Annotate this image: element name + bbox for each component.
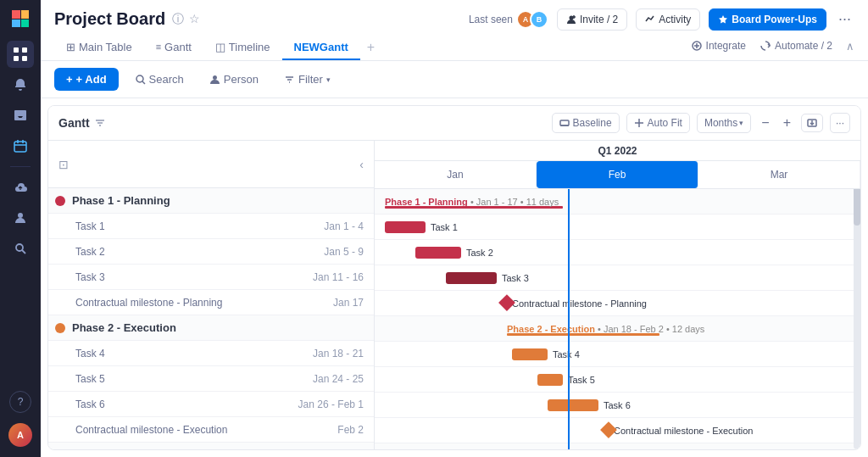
milestone-2-row[interactable]: Contractual milestone - Execution Feb 2 bbox=[48, 417, 374, 443]
collapse-icon[interactable]: ∧ bbox=[846, 40, 854, 53]
task-2-row[interactable]: Task 2 Jan 5 - 9 bbox=[48, 239, 374, 265]
add-button[interactable]: + + Add bbox=[54, 68, 119, 91]
sidebar-inbox-icon[interactable] bbox=[7, 102, 34, 129]
bar-task-3-label: Task 3 bbox=[502, 273, 529, 283]
current-date-line bbox=[568, 189, 570, 449]
last-seen: Last seen A B bbox=[469, 10, 548, 29]
logo-icon[interactable] bbox=[8, 7, 32, 31]
sidebar-search-icon[interactable] bbox=[7, 235, 34, 262]
tab-main-table-label: Main Table bbox=[79, 41, 132, 53]
sidebar-home-icon[interactable] bbox=[7, 41, 34, 68]
bar-task-6 bbox=[548, 399, 598, 411]
tab-newgantt[interactable]: NEWGantt bbox=[282, 36, 360, 60]
zoom-out-button[interactable]: − bbox=[758, 114, 772, 132]
gantt-controls: Baseline Auto Fit Months ▾ − + ··· bbox=[552, 113, 850, 133]
toolbar: + + Add Search Person Filter ▾ bbox=[41, 61, 868, 98]
phase-3-name: Phase 3 - Launch bbox=[72, 449, 163, 449]
person-button[interactable]: Person bbox=[200, 68, 268, 91]
sidebar: ? A bbox=[0, 0, 41, 457]
invite-label: Invite / 2 bbox=[580, 14, 618, 25]
tab-timeline[interactable]: ◫ Timeline bbox=[203, 36, 282, 60]
integrate-button[interactable]: Integrate bbox=[691, 40, 746, 52]
task-5-row[interactable]: Task 5 Jan 24 - 25 bbox=[48, 366, 374, 392]
gantt-body: ⊡ ‹ Phase 1 - Planning Task 1 Jan 1 - 4 … bbox=[48, 141, 860, 449]
phase-2-dot bbox=[55, 323, 65, 333]
activity-button[interactable]: Activity bbox=[636, 8, 700, 31]
svg-point-15 bbox=[136, 75, 143, 82]
baseline-button[interactable]: Baseline bbox=[552, 113, 620, 133]
power-ups-label: Board Power-Ups bbox=[732, 14, 817, 25]
milestone-1-name: Contractual milestone - Planning bbox=[58, 297, 333, 309]
month-feb: Feb bbox=[537, 161, 698, 188]
timeline-phase-1: Phase 1 - Planning • Jan 1 - 17 • 11 day… bbox=[375, 189, 860, 215]
task-1-row[interactable]: Task 1 Jan 1 - 4 bbox=[48, 214, 374, 239]
sidebar-help-icon[interactable]: ? bbox=[9, 391, 31, 413]
sidebar-cloud-icon[interactable] bbox=[7, 174, 34, 201]
timeline-task-6: Task 6 bbox=[375, 393, 860, 418]
integrate-label: Integrate bbox=[706, 40, 746, 52]
month-mar: Mar bbox=[698, 161, 860, 188]
timeline-task-2: Task 2 bbox=[375, 240, 860, 265]
sidebar-calendar-icon[interactable] bbox=[7, 132, 34, 159]
bar-task-5 bbox=[537, 374, 563, 386]
bar-task-6-label: Task 6 bbox=[604, 400, 631, 410]
activity-label: Activity bbox=[659, 14, 691, 25]
gantt-tab-icon: ≡ bbox=[156, 42, 161, 52]
task-6-date: Jan 26 - Feb 1 bbox=[298, 398, 364, 410]
task-4-row[interactable]: Task 4 Jan 18 - 21 bbox=[48, 341, 374, 366]
phase-3-row: Phase 3 - Launch bbox=[48, 443, 374, 449]
bar-task-3 bbox=[446, 272, 497, 284]
task-2-name: Task 2 bbox=[58, 246, 324, 258]
person-label: Person bbox=[224, 73, 259, 86]
gantt-left-header: ⊡ ‹ bbox=[48, 141, 374, 188]
tab-gantt[interactable]: ≡ Gantt bbox=[144, 36, 203, 60]
milestone-2-date: Feb 2 bbox=[337, 424, 364, 436]
bar-task-1 bbox=[385, 221, 426, 233]
filter-icon[interactable] bbox=[95, 118, 105, 128]
milestone-1-row[interactable]: Contractual milestone - Planning Jan 17 bbox=[48, 290, 374, 315]
phase-2-row: Phase 2 - Execution bbox=[48, 315, 374, 341]
task-5-name: Task 5 bbox=[58, 373, 313, 385]
timeline-phase-2: Phase 2 - Execution • Jan 18 - Feb 2 • 1… bbox=[375, 316, 860, 342]
gantt-left-panel: ⊡ ‹ Phase 1 - Planning Task 1 Jan 1 - 4 … bbox=[48, 141, 375, 449]
gantt-container: Gantt Baseline Auto Fit Months ▾ − + bbox=[47, 105, 861, 450]
task-6-row[interactable]: Task 6 Jan 26 - Feb 1 bbox=[48, 392, 374, 417]
phase-1-bar bbox=[385, 206, 563, 209]
task-5-date: Jan 24 - 25 bbox=[313, 373, 364, 385]
tab-main-table[interactable]: ⊞ Main Table bbox=[54, 36, 144, 60]
milestone-2-name: Contractual milestone - Execution bbox=[58, 424, 337, 436]
sidebar-bell-icon[interactable] bbox=[7, 71, 34, 98]
collapse-arrow-button[interactable]: ‹ bbox=[359, 158, 364, 171]
milestone-2-label-right: Contractual milestone - Execution bbox=[614, 426, 753, 436]
task-3-row[interactable]: Task 3 Jan 11 - 16 bbox=[48, 265, 374, 290]
svg-point-9 bbox=[16, 244, 23, 251]
milestone-1-date: Jan 17 bbox=[333, 297, 364, 309]
filter-chevron: ▾ bbox=[326, 75, 331, 84]
invite-button[interactable]: Invite / 2 bbox=[557, 8, 627, 31]
star-icon[interactable]: ☆ bbox=[189, 12, 200, 27]
gantt-title: Gantt bbox=[58, 116, 105, 130]
add-tab-button[interactable]: + bbox=[360, 35, 381, 60]
tab-gantt-label: Gantt bbox=[164, 41, 192, 53]
gantt-header-bar: Gantt Baseline Auto Fit Months ▾ − + bbox=[48, 106, 860, 141]
more-options-button[interactable]: ··· bbox=[835, 7, 854, 31]
automate-label: Automate / 2 bbox=[775, 40, 832, 52]
filter-button[interactable]: Filter ▾ bbox=[275, 68, 340, 91]
search-button[interactable]: Search bbox=[125, 68, 193, 91]
sidebar-person-icon[interactable] bbox=[7, 204, 34, 231]
more-gantt-button[interactable]: ··· bbox=[830, 113, 850, 133]
header-title-icons: ⓘ ☆ bbox=[172, 12, 200, 27]
timeline-icon: ◫ bbox=[215, 41, 225, 53]
auto-fit-button[interactable]: Auto Fit bbox=[626, 113, 690, 133]
collapse-left-button[interactable]: ⊡ bbox=[58, 158, 69, 171]
phase-2-name: Phase 2 - Execution bbox=[72, 321, 176, 334]
zoom-in-button[interactable]: + bbox=[780, 114, 794, 132]
sidebar-avatar[interactable]: A bbox=[8, 423, 32, 447]
quarter-text: Q1 2022 bbox=[598, 145, 637, 157]
months-button[interactable]: Months ▾ bbox=[697, 113, 751, 133]
info-icon[interactable]: ⓘ bbox=[172, 12, 184, 27]
power-ups-button[interactable]: Board Power-Ups bbox=[709, 8, 826, 31]
export-button[interactable] bbox=[801, 114, 823, 132]
svg-point-8 bbox=[18, 213, 23, 218]
automate-button[interactable]: Automate / 2 bbox=[760, 40, 832, 52]
